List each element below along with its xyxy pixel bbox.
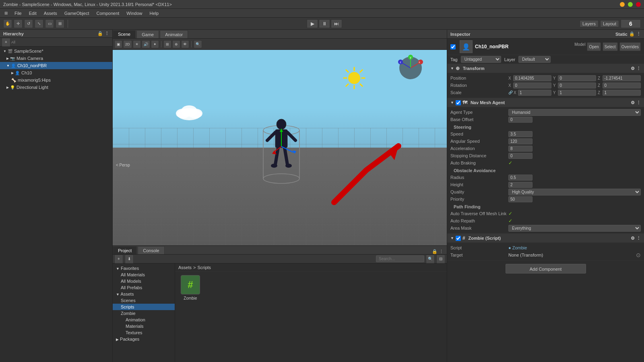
- pause-button[interactable]: ⏸: [319, 19, 330, 28]
- rot-x-input[interactable]: [513, 82, 551, 88]
- scene-2d-toggle[interactable]: 2D: [123, 40, 132, 48]
- textures-item[interactable]: Textures: [113, 329, 175, 336]
- priority-input[interactable]: [508, 196, 533, 202]
- navmesh-enable-toggle[interactable]: [456, 100, 461, 105]
- layers-dropdown[interactable]: Layers: [580, 20, 599, 27]
- scene-gizmos-toggle[interactable]: 👁: [181, 40, 189, 48]
- transform-hand-tool[interactable]: ✋: [3, 19, 12, 28]
- zombie-item[interactable]: Zombie: [113, 310, 175, 317]
- minimize-button[interactable]: [620, 2, 625, 7]
- tab-animator[interactable]: Animator: [160, 30, 188, 38]
- radius-input[interactable]: [508, 175, 533, 181]
- angular-speed-input[interactable]: [508, 138, 533, 144]
- project-import-btn[interactable]: ⬇: [125, 255, 134, 263]
- tab-game[interactable]: Game: [136, 30, 159, 38]
- filter-btn[interactable]: ⊟: [436, 255, 445, 263]
- scenes-item[interactable]: Scenes: [113, 297, 175, 304]
- assets-section[interactable]: ▼ Assets: [113, 291, 175, 297]
- target-picker[interactable]: ⊙: [636, 252, 641, 258]
- maximize-button[interactable]: [628, 2, 633, 7]
- open-button[interactable]: Open: [587, 42, 601, 51]
- hier-item-ch10[interactable]: ▶ 👤 Ch10: [0, 69, 112, 76]
- rot-z-input[interactable]: [603, 82, 641, 88]
- menu-assets[interactable]: Assets: [41, 10, 60, 16]
- lock-icon[interactable]: 🔒: [432, 249, 438, 254]
- close-button[interactable]: [636, 2, 641, 7]
- play-button[interactable]: ▶: [307, 19, 318, 28]
- hierarchy-lock[interactable]: 🔒: [97, 31, 103, 36]
- hierarchy-add-btn[interactable]: +: [2, 38, 10, 47]
- scene-search[interactable]: 🔍: [194, 40, 202, 48]
- tab-console[interactable]: Console: [138, 246, 164, 254]
- scene-audio-toggle[interactable]: 🔊: [142, 40, 150, 48]
- tab-scene[interactable]: Scene: [113, 30, 136, 38]
- menu-window[interactable]: Window: [123, 10, 145, 16]
- scripts-item-selected[interactable]: Scripts: [113, 304, 175, 310]
- script-settings[interactable]: ⚙: [631, 236, 635, 241]
- height-input[interactable]: [508, 182, 533, 188]
- hier-item-maincamera[interactable]: ▶ 📷 Main Camera: [0, 55, 112, 62]
- search-btn[interactable]: 🔍: [426, 255, 435, 263]
- pos-z-input[interactable]: [603, 75, 641, 81]
- packages-section[interactable]: ▶ Packages: [113, 336, 175, 342]
- menu-help[interactable]: Help: [146, 10, 162, 16]
- select-button[interactable]: Select: [603, 42, 618, 51]
- pos-x-input[interactable]: [513, 75, 551, 81]
- hier-item-hips[interactable]: 🦴 mixamorig5:Hips: [0, 76, 112, 84]
- all-prefabs-item[interactable]: All Prefabs: [113, 284, 175, 291]
- project-add-btn[interactable]: +: [114, 255, 123, 263]
- scene-draw-mode[interactable]: ▣: [114, 40, 122, 48]
- acceleration-input[interactable]: [508, 146, 533, 152]
- favorites-section[interactable]: ▼ Favorites: [113, 265, 175, 272]
- area-mask-select[interactable]: Everything: [508, 225, 641, 232]
- transform-settings[interactable]: ⚙: [631, 66, 635, 71]
- transform-move-tool[interactable]: ✛: [14, 19, 23, 28]
- transform-scale-tool[interactable]: ⤡: [35, 19, 43, 28]
- scene-viewport[interactable]: x y z < Persp: [113, 50, 447, 245]
- layer-select[interactable]: Default: [518, 56, 551, 63]
- scene-snap-toggle[interactable]: ⊕: [172, 40, 180, 48]
- stopping-distance-input[interactable]: [508, 153, 533, 159]
- menu-file[interactable]: File: [11, 10, 25, 16]
- scene-fx-toggle[interactable]: ✦: [151, 40, 159, 48]
- all-materials-item[interactable]: All Materials: [113, 272, 175, 278]
- all-models-item[interactable]: All Models: [113, 278, 175, 284]
- tab-project[interactable]: Project: [113, 246, 137, 254]
- zombie-script-header[interactable]: ▼ # Zombie (Script) ⚙ ⋮: [447, 234, 644, 243]
- more-icon[interactable]: ⋮: [439, 249, 444, 254]
- rot-y-input[interactable]: [558, 82, 596, 88]
- hierarchy-menu[interactable]: ⋮: [105, 31, 109, 36]
- add-component-button[interactable]: Add Component: [506, 264, 586, 274]
- script-more[interactable]: ⋮: [636, 236, 641, 241]
- navmesh-more[interactable]: ⋮: [636, 100, 641, 105]
- navmesh-header[interactable]: ▼ 🗺 Nav Mesh Agent ⚙ ⋮: [447, 98, 644, 107]
- transform-rect-tool[interactable]: ▭: [45, 19, 54, 28]
- pos-y-input[interactable]: [558, 75, 596, 81]
- inspector-lock[interactable]: 🔒: [629, 31, 635, 37]
- transform-rotate-tool[interactable]: ↺: [24, 19, 33, 28]
- navmesh-settings[interactable]: ⚙: [631, 100, 635, 105]
- breadcrumb-assets[interactable]: Assets: [178, 265, 192, 270]
- menu-gameobject[interactable]: GameObject: [61, 10, 93, 16]
- transform-all-tool[interactable]: ⊞: [56, 19, 64, 28]
- hier-item-ch10nonpbr[interactable]: ▼ 👤 Ch10_nonPBR: [0, 62, 112, 69]
- menu-component[interactable]: Component: [93, 10, 122, 16]
- scene-grid-toggle[interactable]: ⊞: [163, 40, 171, 48]
- materials-item[interactable]: Materials: [113, 323, 175, 329]
- base-offset-input[interactable]: [508, 117, 533, 123]
- transform-more[interactable]: ⋮: [636, 66, 641, 71]
- project-search[interactable]: [376, 255, 424, 262]
- hier-item-samplescene[interactable]: ▼ 🎬 SampleScene*: [0, 47, 112, 55]
- scene-lighting-toggle[interactable]: ☀: [133, 40, 141, 48]
- transform-header[interactable]: ▼ ⊕ Transform ⚙ ⋮: [447, 64, 644, 73]
- step-button[interactable]: ⏭: [331, 19, 342, 28]
- object-active-toggle[interactable]: [450, 44, 456, 49]
- tag-select[interactable]: Untagged: [461, 56, 501, 63]
- layout-dropdown[interactable]: Layout: [600, 20, 619, 27]
- quality-select[interactable]: High Quality: [508, 189, 641, 195]
- zombie-enable-toggle[interactable]: [456, 236, 461, 241]
- hier-item-dirlight[interactable]: ▶ 💡 Directional Light: [0, 84, 112, 91]
- menu-edit[interactable]: Edit: [26, 10, 40, 16]
- overrides-button[interactable]: Overrides: [619, 42, 641, 51]
- agent-type-select[interactable]: Humanoid: [508, 109, 641, 116]
